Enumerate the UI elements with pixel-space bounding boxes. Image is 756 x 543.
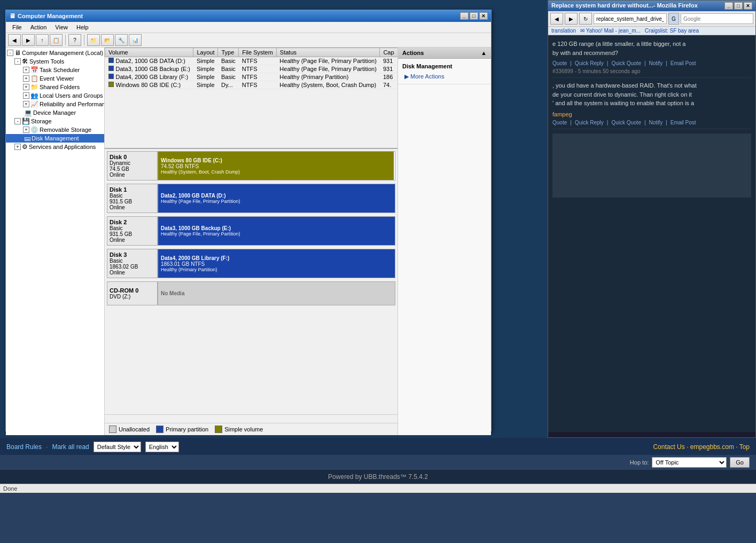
tree-removable-storage[interactable]: + 💿 Removable Storage	[6, 125, 104, 134]
tree-shared-folders[interactable]: + 📁 Shared Folders	[6, 83, 104, 91]
hscroll[interactable]	[105, 414, 398, 423]
post2-quick-reply[interactable]: Quick Reply	[575, 120, 604, 125]
site-link[interactable]: empegbbs.com	[690, 443, 734, 451]
disk3-partition-f[interactable]: Data4, 2000 GB Library (F:) 1863.01 GB N…	[158, 249, 395, 278]
ff-back-btn[interactable]: ◀	[550, 13, 563, 25]
menu-action[interactable]: Action	[26, 23, 51, 32]
tb-back[interactable]: ◀	[8, 34, 21, 46]
post2-email-post[interactable]: Email Post	[671, 120, 696, 125]
top-link[interactable]: Top	[739, 443, 750, 451]
post1-quote[interactable]: Quote	[552, 60, 567, 66]
post2-notify[interactable]: Notify	[649, 120, 663, 125]
table-row[interactable]: Data4, 2000 GB Library (F:) Simple Basic…	[105, 73, 398, 81]
menu-view[interactable]: View	[51, 23, 72, 32]
cm-minimize-btn[interactable]: _	[460, 12, 469, 20]
shared-expand[interactable]: +	[23, 84, 29, 90]
cell-type: Dy...	[218, 81, 239, 89]
hop-go-button[interactable]: Go	[730, 457, 750, 468]
disk3-size: 1863.02 GB	[110, 264, 155, 270]
post1-quick-quote[interactable]: Quick Quote	[611, 60, 641, 66]
services-expand[interactable]: +	[14, 144, 21, 150]
style-select[interactable]: Default Style	[93, 442, 141, 452]
tb-btn2[interactable]: 📂	[101, 34, 114, 46]
ff-search-icon[interactable]: G	[668, 13, 679, 25]
tb-show-hide[interactable]: 📋	[50, 34, 63, 46]
hop-to-select[interactable]: Off Topic	[652, 457, 727, 468]
table-row[interactable]: Windows 80 GB IDE (C:) Simple Dy... NTFS…	[105, 81, 398, 89]
cdrom-no-media[interactable]: No Media	[158, 282, 395, 305]
tree-storage[interactable]: - 💾 Storage	[6, 117, 104, 125]
language-select[interactable]: English	[145, 442, 179, 452]
legend-unallocated-label: Unallocated	[119, 426, 150, 432]
tree-task-scheduler[interactable]: + 📅 Task Scheduler	[6, 66, 104, 74]
disk1-partition-d[interactable]: Data2, 1000 GB DATA (D:) Healthy (Page F…	[158, 184, 395, 213]
post1-email-post[interactable]: Email Post	[671, 60, 696, 66]
tb-btn4[interactable]: 📊	[129, 34, 142, 46]
storage-expand[interactable]: -	[14, 118, 21, 124]
post2-actions[interactable]: Quote | Quick Reply | Quick Quote | Noti…	[552, 120, 751, 125]
ff-bookmark-yahoo[interactable]: ✉ Yahoo! Mail - jean_m...	[580, 28, 641, 34]
ff-close-btn[interactable]: ✕	[744, 2, 752, 10]
users-expand[interactable]: +	[23, 92, 29, 99]
post2-link[interactable]: fampeg	[552, 111, 751, 117]
system-tools-expand[interactable]: -	[14, 58, 21, 65]
tb-forward[interactable]: ▶	[22, 34, 35, 46]
disk2-status: Online	[110, 237, 155, 243]
board-rules-link[interactable]: Board Rules	[6, 443, 42, 451]
tree-event-viewer[interactable]: + 📋 Event Viewer	[6, 74, 104, 83]
menu-help[interactable]: Help	[72, 23, 93, 32]
cm-close-btn[interactable]: ✕	[479, 12, 488, 20]
tb-btn3[interactable]: 🔧	[115, 34, 128, 46]
firefox-title-bar: Replace system hard drive without...- Mo…	[548, 1, 755, 11]
ff-bookmark-translation[interactable]: translation	[551, 28, 576, 34]
ff-reload-btn[interactable]: ↻	[579, 13, 592, 25]
reliability-expand[interactable]: +	[23, 101, 29, 107]
ff-maximize-btn[interactable]: □	[734, 2, 743, 10]
menu-file[interactable]: File	[8, 23, 26, 32]
cm-window-controls[interactable]: _ □ ✕	[460, 12, 488, 20]
tree-local-users[interactable]: + 👥 Local Users and Groups	[6, 91, 104, 100]
removable-expand[interactable]: +	[23, 127, 29, 133]
tree-disk-management[interactable]: 🖴 Disk Management	[6, 134, 104, 143]
post2-quick-quote[interactable]: Quick Quote	[611, 120, 641, 125]
ff-forward-btn[interactable]: ▶	[565, 13, 578, 25]
tree-root[interactable]: - 🖥 Computer Management (Local)	[6, 49, 104, 57]
tb-btn1[interactable]: 📁	[87, 34, 100, 46]
ff-bookmark-craigslist[interactable]: Craigslist: SF bay area	[645, 28, 699, 34]
disk0-status: Online	[110, 172, 155, 178]
event-expand[interactable]: +	[23, 75, 29, 82]
ff-bookmarks-bar: translation ✉ Yahoo! Mail - jean_m... Cr…	[548, 27, 755, 35]
table-row[interactable]: Data3, 1000 GB Backup (E:) Simple Basic …	[105, 65, 398, 73]
post1-notify[interactable]: Notify	[649, 60, 663, 66]
action-more-actions[interactable]: ▶ More Actions	[398, 72, 491, 82]
root-label: Computer Management (Local)	[22, 50, 103, 56]
table-row[interactable]: Data2, 1000 GB DATA (D:) Simple Basic NT…	[105, 57, 398, 65]
ff-minimize-btn[interactable]: _	[724, 2, 733, 10]
ff-google-search[interactable]	[681, 13, 753, 24]
col-type: Type	[218, 48, 239, 57]
post1-actions[interactable]: Quote | Quick Reply | Quick Quote | Noti…	[552, 60, 751, 66]
contact-us-link[interactable]: Contact Us	[653, 443, 684, 451]
task-expand[interactable]: +	[23, 67, 29, 73]
sep1: ·	[46, 443, 48, 451]
disk-area: Disk 0 Dynamic 74.5 GB Online Windows 80…	[105, 149, 398, 414]
mark-all-read-link[interactable]: Mark all read	[52, 443, 89, 451]
actions-collapse-icon[interactable]: ▲	[481, 50, 487, 56]
tree-device-manager[interactable]: 💻 Device Manager	[6, 108, 104, 117]
tb-up[interactable]: ↑	[36, 34, 49, 46]
tree-services[interactable]: + ⚙ Services and Applications	[6, 143, 104, 151]
disk3-partitions: Data4, 2000 GB Library (F:) 1863.01 GB N…	[158, 249, 395, 278]
disk0-partition-c[interactable]: Windows 80 GB IDE (C:) 74.52 GB NTFS Hea…	[158, 152, 395, 180]
root-expand[interactable]: -	[7, 50, 13, 56]
more-actions-arrow: ▶	[404, 73, 410, 80]
tree-reliability[interactable]: + 📈 Reliability and Performance	[6, 100, 104, 108]
firefox-window-controls[interactable]: _ □ ✕	[724, 2, 752, 10]
tb-help[interactable]: ?	[68, 34, 81, 46]
post1-quick-reply[interactable]: Quick Reply	[575, 60, 604, 66]
cm-maximize-btn[interactable]: □	[470, 12, 478, 20]
disk2-partition-e[interactable]: Data3, 1000 GB Backup (E:) Healthy (Page…	[158, 217, 395, 245]
post2-quote[interactable]: Quote	[552, 120, 567, 125]
ff-url-bar[interactable]	[594, 13, 667, 24]
services-label: Services and Applications	[29, 144, 96, 150]
tree-system-tools[interactable]: - 🛠 System Tools	[6, 57, 104, 66]
